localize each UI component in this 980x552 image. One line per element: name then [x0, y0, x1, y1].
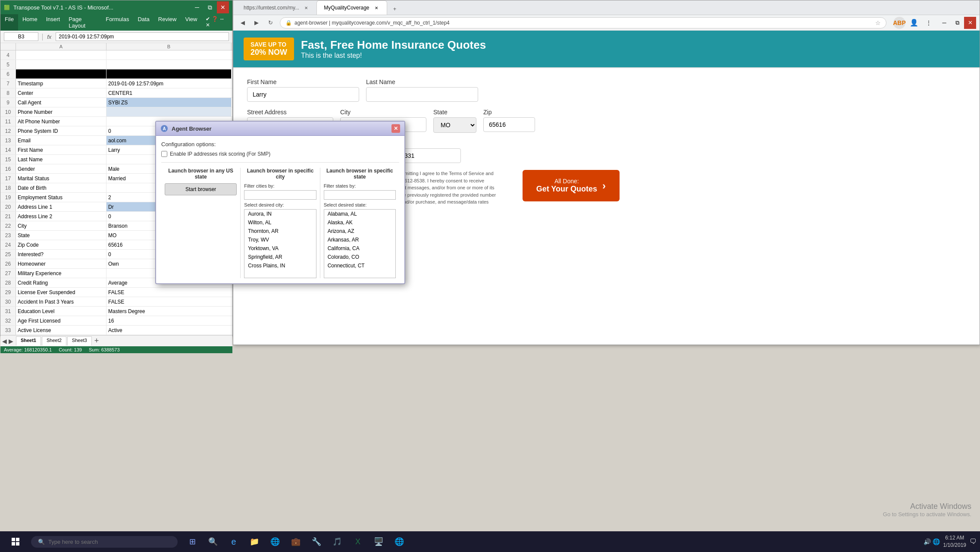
excel-cell-a[interactable]: Active License — [16, 326, 106, 335]
excel-cell-a[interactable]: First Name — [16, 145, 106, 154]
taskbar-app-taskview[interactable]: ⊞ — [183, 532, 202, 551]
table-row[interactable]: 6 — [0, 69, 232, 79]
excel-cell-a[interactable]: Date of Birth — [16, 183, 106, 192]
excel-cell-a[interactable]: Age First Licensed — [16, 316, 106, 325]
excel-cell-a[interactable]: Alt Phone Number — [16, 117, 106, 126]
list-item[interactable]: Alaska, AK — [324, 218, 395, 227]
excel-cell-b[interactable] — [106, 50, 232, 60]
list-item[interactable]: Alabama, AL — [324, 210, 395, 218]
browser-tab-1[interactable]: https://lumtest.com/my... ✕ — [237, 1, 316, 15]
web-form-zip-input[interactable] — [483, 117, 535, 132]
excel-cell-a[interactable]: Phone Number — [16, 107, 106, 116]
taskbar-app-cortana[interactable]: 🔍 — [204, 532, 222, 551]
excel-sheet-nav[interactable]: ◀ ▶ — [2, 336, 13, 345]
table-row[interactable]: 30 Accident In Past 3 Years FALSE — [0, 297, 232, 307]
excel-cell-a[interactable] — [16, 50, 106, 60]
list-item[interactable]: Thornton, AR — [244, 227, 316, 235]
table-row[interactable]: 9 Call Agent SYBl ZS — [0, 98, 232, 107]
excel-cell-b[interactable]: FALSE — [106, 288, 232, 297]
excel-cell-a[interactable]: Credit Rating — [16, 278, 106, 287]
taskbar-app-app2[interactable]: 🔧 — [307, 532, 326, 551]
excel-cell-b[interactable]: 16 — [106, 316, 232, 325]
excel-col-header-b[interactable]: B — [106, 43, 232, 50]
browser-forward-btn[interactable]: ▶ — [250, 17, 263, 29]
dialog-state-listbox[interactable]: Alabama, ALAlaska, AKArizona, AZArkansas… — [324, 209, 396, 278]
excel-menu-review[interactable]: Review — [154, 14, 181, 31]
excel-menu-view[interactable]: View — [181, 14, 201, 31]
excel-cell-a[interactable]: State — [16, 231, 106, 240]
table-row[interactable]: 8 Center CENTER1 — [0, 88, 232, 98]
browser-close[interactable]: ✕ — [964, 17, 976, 29]
excel-cell-a[interactable]: Accident In Past 3 Years — [16, 297, 106, 306]
browser-new-tab[interactable]: + — [389, 3, 401, 15]
excel-tab-sheet2[interactable]: Sheet2 — [42, 336, 66, 345]
browser-profile-btn[interactable]: 👤 — [908, 17, 920, 29]
excel-menu-pagelayout[interactable]: Page Layout — [64, 14, 101, 31]
excel-minimize[interactable]: ─ — [191, 1, 203, 13]
browser-refresh-btn[interactable]: ↻ — [264, 17, 276, 29]
excel-cell-a[interactable] — [16, 60, 106, 69]
excel-cell-a[interactable]: Center — [16, 88, 106, 97]
list-item[interactable]: Wilton, AL — [244, 218, 316, 227]
taskbar-app-app3[interactable]: 🎵 — [328, 532, 347, 551]
table-row[interactable]: 29 License Ever Suspended FALSE — [0, 288, 232, 297]
browser-back-btn[interactable]: ◀ — [237, 17, 249, 29]
excel-cell-a[interactable]: Address Line 2 — [16, 212, 106, 221]
excel-menu-formulas[interactable]: Formulas — [101, 14, 133, 31]
taskbar-app-edge[interactable]: e — [224, 532, 243, 551]
excel-cell-a[interactable]: City — [16, 221, 106, 230]
excel-restore[interactable]: ⧉ — [204, 1, 216, 13]
excel-cell-a[interactable]: Employment Status — [16, 193, 106, 202]
taskbar-search-input[interactable] — [48, 539, 171, 545]
excel-cell-b[interactable]: CENTER1 — [106, 88, 232, 97]
taskbar-app-folder[interactable]: 📁 — [245, 532, 264, 551]
dialog-start-browser-btn[interactable]: Start browser — [165, 183, 237, 195]
excel-cell-a[interactable]: Phone System ID — [16, 126, 106, 135]
browser-address-bar[interactable]: 🔒 agent-browser | myqualitycoverage.com/… — [280, 17, 886, 28]
excel-cell-a[interactable]: Call Agent — [16, 98, 106, 107]
excel-cell-b[interactable]: Masters Degree — [106, 307, 232, 316]
taskbar-action-center[interactable]: 🗨 — [970, 538, 977, 546]
list-item[interactable]: Arizona, AZ — [324, 227, 395, 235]
browser-tab-2-close[interactable]: ✕ — [373, 4, 380, 11]
list-item[interactable]: Colorado, CO — [324, 253, 395, 261]
excel-cell-a[interactable]: Email — [16, 136, 106, 145]
dialog-ip-checkbox[interactable] — [161, 151, 167, 157]
excel-cell-a[interactable]: Address Line 1 — [16, 202, 106, 211]
excel-cell-a[interactable]: Homeowner — [16, 259, 106, 268]
excel-menu-file[interactable]: File — [0, 14, 18, 31]
taskbar-start-btn[interactable] — [3, 531, 28, 552]
web-form-state-select[interactable]: MO — [433, 117, 476, 133]
dialog-state-filter-input[interactable] — [324, 190, 396, 200]
browser-adblock-btn[interactable]: ABP — [893, 17, 905, 29]
taskbar-app-app4[interactable]: 🖥️ — [369, 532, 388, 551]
table-row[interactable]: 31 Education Level Masters Degree — [0, 307, 232, 316]
browser-menu-btn[interactable]: ⋮ — [923, 17, 935, 29]
excel-cell-b[interactable]: Active — [106, 326, 232, 335]
excel-name-box[interactable] — [4, 32, 38, 41]
web-get-quotes-btn[interactable]: All Done: Get Your Quotes › — [523, 170, 620, 201]
list-item[interactable]: Cross Plains, IN — [244, 261, 316, 270]
table-row[interactable]: 32 Age First Licensed 16 — [0, 316, 232, 326]
excel-tab-sheet3[interactable]: Sheet3 — [67, 336, 92, 345]
excel-add-sheet[interactable]: + — [94, 336, 99, 345]
browser-tab-1-close[interactable]: ✕ — [303, 4, 310, 11]
taskbar-search-area[interactable]: 🔍 — [31, 536, 178, 548]
excel-tab-sheet1[interactable]: Sheet1 — [16, 336, 41, 345]
list-item[interactable]: California, CA — [324, 244, 395, 253]
excel-cell-a[interactable]: Zip Code — [16, 240, 106, 249]
taskbar-app-excel[interactable]: X — [348, 532, 367, 551]
excel-cell-a[interactable]: Military Experience — [16, 269, 106, 278]
browser-star-icon[interactable]: ☆ — [875, 19, 881, 26]
table-row[interactable]: 33 Active License Active — [0, 326, 232, 335]
table-row[interactable]: 7 Timestamp 2019-01-09 12:57:09pm — [0, 79, 232, 88]
excel-cell-a[interactable]: Interested? — [16, 250, 106, 259]
excel-formula-bar[interactable] — [56, 32, 229, 41]
list-item[interactable]: Connecticut, CT — [324, 261, 395, 270]
browser-restore[interactable]: ⧉ — [951, 17, 963, 29]
excel-cell-a[interactable]: License Ever Suspended — [16, 288, 106, 297]
excel-cell-a[interactable]: Education Level — [16, 307, 106, 316]
taskbar-app-app5[interactable]: 🌐 — [390, 532, 409, 551]
excel-close[interactable]: ✕ — [217, 1, 229, 13]
excel-menu-home[interactable]: Home — [18, 14, 42, 31]
